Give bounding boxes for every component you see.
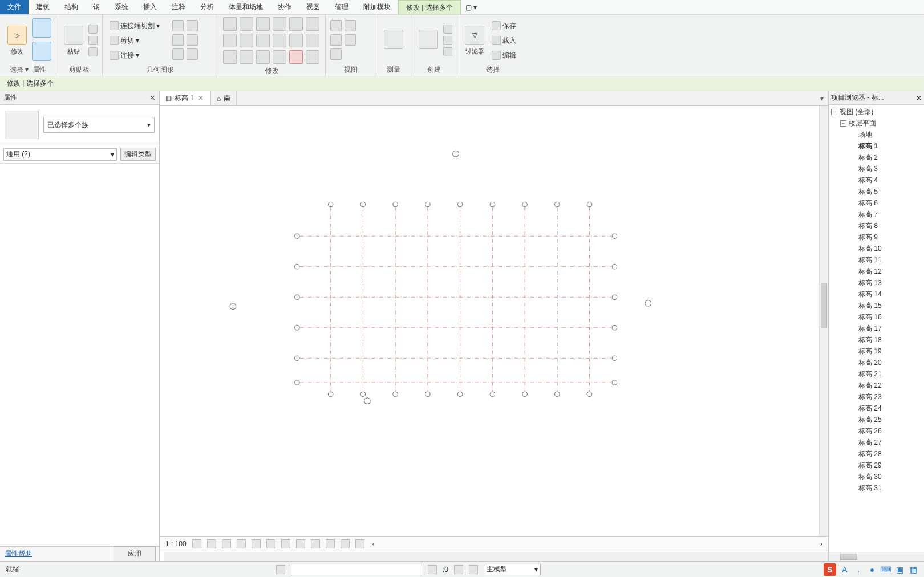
tree-item[interactable]: −楼层平面 bbox=[829, 117, 924, 129]
elev-marker-w[interactable] bbox=[230, 303, 236, 310]
scale-icon[interactable] bbox=[240, 50, 253, 64]
props-bottom-button[interactable] bbox=[32, 42, 51, 63]
elev-marker-e[interactable] bbox=[645, 300, 651, 307]
tree-item[interactable]: 标高 31 bbox=[829, 482, 924, 494]
view-icon[interactable] bbox=[330, 48, 342, 60]
tab-level1[interactable]: ▥标高 1✕ bbox=[160, 91, 211, 105]
tree-item[interactable]: 标高 2 bbox=[829, 152, 924, 163]
ime-punct-icon[interactable]: ， bbox=[853, 564, 864, 575]
browser-close[interactable]: ✕ bbox=[916, 94, 922, 102]
tree-item[interactable]: 标高 20 bbox=[829, 357, 924, 368]
view-scale[interactable]: 1 : 100 bbox=[165, 540, 187, 548]
tree-item[interactable]: 标高 12 bbox=[829, 266, 924, 277]
ime-toolbox-icon[interactable]: ▦ bbox=[908, 564, 918, 575]
tree-item[interactable]: 标高 18 bbox=[829, 334, 924, 346]
tree-item[interactable]: 标高 13 bbox=[829, 277, 924, 288]
menu-massing[interactable]: 体量和场地 bbox=[221, 0, 270, 14]
menu-file[interactable]: 文件 bbox=[0, 0, 29, 14]
tree-item[interactable]: 标高 3 bbox=[829, 163, 924, 174]
status-icon2[interactable] bbox=[428, 565, 437, 574]
unpin-icon[interactable] bbox=[273, 50, 286, 64]
type-dropdown[interactable]: 已选择多个族▾ bbox=[43, 117, 155, 133]
tree-item[interactable]: 标高 4 bbox=[829, 174, 924, 186]
horizontal-scrollbar[interactable] bbox=[164, 552, 828, 561]
menu-structure[interactable]: 结构 bbox=[57, 0, 86, 14]
view-icon[interactable] bbox=[345, 20, 356, 31]
properties-close[interactable]: ✕ bbox=[149, 94, 156, 102]
move-icon[interactable] bbox=[223, 34, 237, 47]
tree-item[interactable]: 标高 27 bbox=[829, 437, 924, 448]
filter-status-icon[interactable] bbox=[454, 565, 463, 574]
tree-item[interactable]: 标高 5 bbox=[829, 186, 924, 197]
tree-item[interactable]: 标高 7 bbox=[829, 209, 924, 220]
tab-close[interactable]: ✕ bbox=[197, 94, 205, 102]
shadows-icon[interactable] bbox=[237, 539, 246, 548]
status-icon3[interactable] bbox=[469, 565, 478, 574]
measure-button[interactable] bbox=[381, 18, 406, 63]
tool-icon[interactable] bbox=[306, 50, 319, 64]
ime-mic-icon[interactable]: ● bbox=[867, 564, 877, 575]
props-top-button[interactable] bbox=[32, 18, 51, 40]
view-icon[interactable] bbox=[330, 20, 342, 31]
menu-annotate[interactable]: 注释 bbox=[164, 0, 193, 14]
offset-icon[interactable] bbox=[240, 17, 253, 31]
tab-south[interactable]: ⌂南 bbox=[211, 91, 237, 105]
tree-item[interactable]: 标高 8 bbox=[829, 220, 924, 231]
menu-manage[interactable]: 管理 bbox=[327, 0, 356, 14]
trim-icon[interactable] bbox=[273, 34, 286, 47]
create-button[interactable] bbox=[416, 18, 441, 63]
detail-level-icon[interactable] bbox=[192, 539, 201, 548]
create-sub-icon[interactable] bbox=[443, 36, 452, 45]
menu-insert[interactable]: 插入 bbox=[136, 0, 164, 14]
instance-filter-dropdown[interactable]: 通用 (2)▾ bbox=[3, 148, 117, 161]
join-cut-button[interactable]: 连接端切割 ▾ bbox=[107, 19, 170, 32]
browser-hscroll-thumb[interactable] bbox=[840, 554, 857, 560]
pin-icon[interactable] bbox=[256, 50, 270, 64]
vc-icon[interactable] bbox=[355, 539, 364, 548]
copy-clip-icon[interactable] bbox=[88, 36, 98, 45]
tree-item[interactable]: 标高 30 bbox=[829, 471, 924, 482]
menu-collaborate[interactable]: 协作 bbox=[270, 0, 299, 14]
browser-hscroll[interactable] bbox=[829, 552, 924, 561]
tree-item[interactable]: 标高 22 bbox=[829, 380, 924, 391]
ime-lang-icon[interactable]: A bbox=[840, 564, 850, 575]
project-tree[interactable]: −视图 (全部)−楼层平面场地标高 1标高 2标高 3标高 4标高 5标高 6标… bbox=[829, 105, 924, 552]
menu-modify-multi[interactable]: 修改 | 选择多个 bbox=[398, 0, 461, 14]
geo-icon[interactable] bbox=[187, 20, 198, 31]
menu-analyze[interactable]: 分析 bbox=[193, 0, 221, 14]
cut-clip-icon[interactable] bbox=[88, 25, 98, 34]
ime-skin-icon[interactable]: ▣ bbox=[894, 564, 905, 575]
menu-systems[interactable]: 系统 bbox=[107, 0, 136, 14]
geo-icon[interactable] bbox=[172, 20, 184, 31]
join-button[interactable]: 连接 ▾ bbox=[107, 49, 170, 62]
geo-icon[interactable] bbox=[187, 48, 198, 60]
tree-item[interactable]: 标高 14 bbox=[829, 288, 924, 300]
drawing-area[interactable] bbox=[160, 106, 819, 536]
vc-icon[interactable] bbox=[326, 539, 335, 548]
tree-item[interactable]: 标高 26 bbox=[829, 425, 924, 437]
copy-icon[interactable] bbox=[240, 34, 253, 47]
geo-icon[interactable] bbox=[187, 34, 198, 46]
tree-item[interactable]: 标高 28 bbox=[829, 448, 924, 460]
edit-sel-button[interactable]: 编辑 bbox=[489, 49, 524, 62]
visual-style-icon[interactable] bbox=[207, 539, 216, 548]
tree-item[interactable]: 标高 21 bbox=[829, 368, 924, 380]
array-icon[interactable] bbox=[223, 50, 237, 64]
apply-button[interactable]: 应用 bbox=[114, 546, 156, 562]
tree-item[interactable]: 标高 6 bbox=[829, 197, 924, 209]
geo-icon[interactable] bbox=[172, 48, 184, 60]
mirror-icon[interactable] bbox=[256, 17, 270, 31]
model-dropdown[interactable]: 主模型▾ bbox=[484, 564, 541, 575]
menu-view[interactable]: 视图 bbox=[299, 0, 327, 14]
tree-item[interactable]: 标高 9 bbox=[829, 231, 924, 243]
save-sel-button[interactable]: 保存 bbox=[489, 19, 524, 32]
mirror2-icon[interactable] bbox=[273, 17, 286, 31]
geo-icon[interactable] bbox=[172, 34, 184, 46]
tree-item[interactable]: 标高 25 bbox=[829, 414, 924, 425]
menu-overflow[interactable]: ▢ ▾ bbox=[461, 3, 481, 11]
tree-item[interactable]: 标高 19 bbox=[829, 346, 924, 357]
vertical-scrollbar[interactable] bbox=[819, 106, 828, 536]
tree-toggle[interactable]: − bbox=[840, 120, 846, 127]
menu-steel[interactable]: 钢 bbox=[86, 0, 107, 14]
paste-button[interactable]: 粘贴 bbox=[61, 18, 86, 63]
